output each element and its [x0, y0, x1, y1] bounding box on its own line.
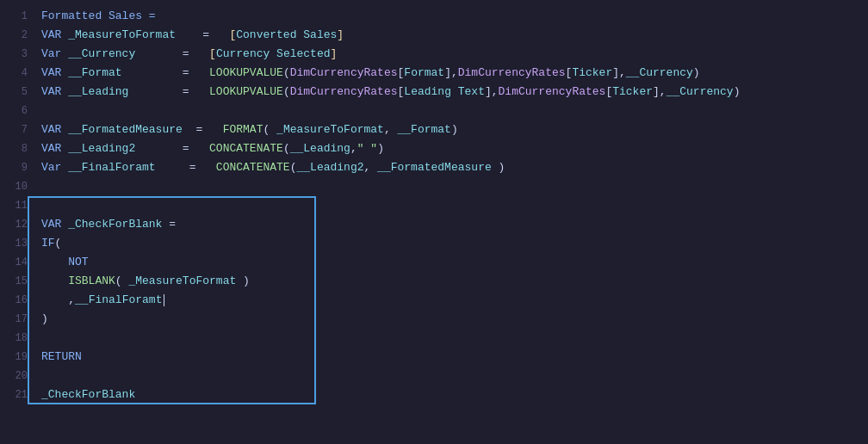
line-content-17: ): [41, 310, 48, 329]
line-num-9: 9: [7, 158, 28, 177]
code-line-6: 6: [0, 102, 868, 120]
code-line-19: 19 RETURN: [0, 348, 868, 367]
line-content-6: [41, 102, 48, 120]
code-editor[interactable]: 1 Formatted Sales = 2 VAR _MeasureToForm…: [0, 0, 868, 444]
code-line-18: 18: [0, 329, 868, 348]
line-content-2: VAR _MeasureToFormat = [Converted Sales]: [41, 26, 344, 45]
line-content-9: Var __FinalForamt = CONCATENATE(__Leadin…: [41, 158, 505, 177]
code-line-12: 12 VAR _CheckForBlank =: [0, 215, 868, 234]
code-line-20: 20: [0, 367, 868, 385]
line-num-10: 10: [7, 177, 28, 196]
code-line-13: 13 IF(: [0, 234, 868, 253]
line-content-19: RETURN: [41, 348, 82, 367]
line-content-15: ISBLANK( _MeasureToFormat ): [41, 272, 250, 291]
line-content-8: VAR __Leading2 = CONCATENATE(__Leading,"…: [41, 139, 384, 158]
code-line-7: 7 VAR __FormatedMeasure = FORMAT( _Measu…: [0, 120, 868, 139]
line-num-13: 13: [7, 234, 28, 253]
line-content-18: [41, 329, 48, 348]
line-num-2: 2: [7, 26, 28, 45]
code-line-8: 8 VAR __Leading2 = CONCATENATE(__Leading…: [0, 139, 868, 158]
line-num-4: 4: [7, 64, 28, 83]
line-content-12: VAR _CheckForBlank =: [41, 215, 176, 234]
code-line-3: 3 Var __Currency = [Currency Selected]: [0, 45, 868, 64]
line-num-16: 16: [7, 291, 28, 310]
line-num-19: 19: [7, 348, 28, 367]
code-line-10: 10: [0, 177, 868, 196]
line-content-11: [41, 196, 48, 215]
line-content-10: [41, 177, 48, 196]
line-num-8: 8: [7, 139, 28, 158]
line-num-11: 11: [7, 196, 28, 215]
line-content-1: Formatted Sales =: [41, 7, 156, 26]
line-content-4: VAR __Format = LOOKUPVALUE(DimCurrencyRa…: [41, 64, 700, 83]
line-num-5: 5: [7, 83, 28, 102]
code-line-5: 5 VAR __Leading = LOOKUPVALUE(DimCurrenc…: [0, 83, 868, 102]
code-line-9: 9 Var __FinalForamt = CONCATENATE(__Lead…: [0, 158, 868, 177]
code-line-2: 2 VAR _MeasureToFormat = [Converted Sale…: [0, 26, 868, 45]
line-num-20: 20: [7, 367, 28, 385]
line-content-7: VAR __FormatedMeasure = FORMAT( _Measure…: [41, 120, 458, 139]
line-num-15: 15: [7, 272, 28, 291]
line-content-16: ,__FinalForamt: [41, 291, 164, 310]
line-num-1: 1: [7, 7, 28, 26]
line-num-14: 14: [7, 253, 28, 272]
line-content-14: NOT: [41, 253, 89, 272]
line-content-13: IF(: [41, 234, 61, 253]
line-num-7: 7: [7, 120, 28, 139]
line-num-17: 17: [7, 310, 28, 329]
code-line-16: 16 ,__FinalForamt: [0, 291, 868, 310]
line-content-5: VAR __Leading = LOOKUPVALUE(DimCurrencyR…: [41, 83, 740, 102]
code-line-4: 4 VAR __Format = LOOKUPVALUE(DimCurrency…: [0, 64, 868, 83]
code-line-15: 15 ISBLANK( _MeasureToFormat ): [0, 272, 868, 291]
line-content-3: Var __Currency = [Currency Selected]: [41, 45, 337, 64]
line-num-3: 3: [7, 45, 28, 64]
line-num-6: 6: [7, 102, 28, 120]
line-num-21: 21: [7, 385, 28, 404]
line-content-21: _CheckForBlank: [41, 385, 135, 404]
line-content-20: [41, 367, 48, 385]
code-line-1: 1 Formatted Sales =: [0, 7, 868, 26]
line-num-18: 18: [7, 329, 28, 348]
code-line-14: 14 NOT: [0, 253, 868, 272]
code-line-21: 21 _CheckForBlank: [0, 385, 868, 404]
cursor: [164, 294, 164, 306]
code-line-11: 11: [0, 196, 868, 215]
line-num-12: 12: [7, 215, 28, 234]
code-line-17: 17 ): [0, 310, 868, 329]
